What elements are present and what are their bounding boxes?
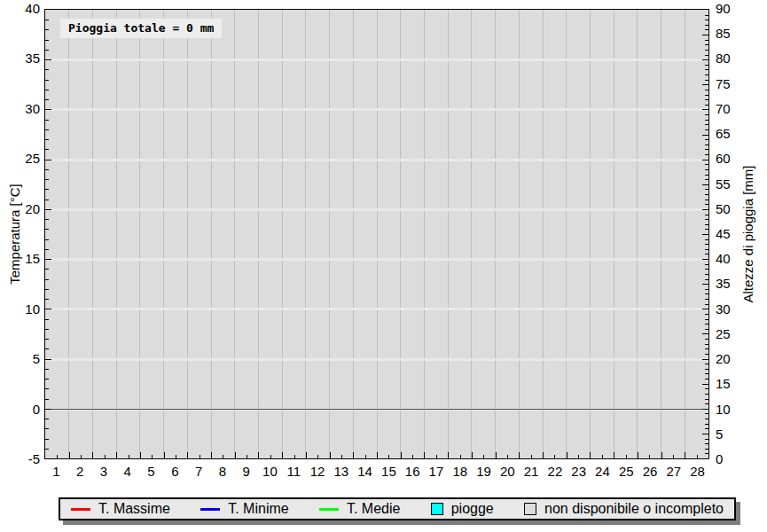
left-minor-tick: [45, 50, 49, 51]
x-day-label: 17: [425, 464, 449, 480]
right-minor-tick: [705, 443, 708, 444]
left-minor-tick: [45, 29, 49, 30]
x-center-tick: [200, 455, 200, 458]
x-day-label: 18: [448, 464, 472, 480]
x-center-tick: [129, 455, 129, 458]
vertical-gridline: [424, 10, 425, 458]
x-boundary-tick: [543, 452, 544, 458]
left-tick-label: 5: [0, 351, 40, 367]
legend-item-label: T. Medie: [347, 501, 400, 517]
right-tick-label: 55: [716, 176, 746, 192]
left-minor-tick: [45, 169, 49, 170]
right-minor-tick: [705, 439, 708, 440]
right-tick-label: 25: [716, 326, 746, 342]
legend-item-label: T. Minime: [228, 501, 288, 517]
right-tick-label: 60: [716, 151, 746, 167]
left-minor-tick: [45, 90, 49, 90]
x-day-label: 27: [661, 464, 685, 480]
x-day-label: 16: [401, 464, 425, 480]
x-boundary-tick: [496, 452, 497, 458]
right-tick-label: 90: [716, 1, 746, 17]
left-tick-label: 10: [0, 301, 40, 317]
right-major-tick: [702, 259, 708, 260]
right-minor-tick: [705, 388, 708, 389]
x-day-label: 4: [115, 464, 139, 480]
right-minor-tick: [705, 145, 708, 145]
right-minor-tick: [705, 15, 708, 16]
x-center-tick: [697, 455, 698, 458]
right-minor-tick: [705, 274, 708, 275]
x-boundary-tick: [116, 452, 117, 458]
x-center-tick: [152, 455, 153, 458]
left-minor-tick: [45, 120, 49, 121]
right-major-tick: [702, 135, 708, 136]
vertical-gridline: [139, 10, 140, 458]
left-minor-tick: [45, 80, 49, 81]
legend-item: T. Medie: [319, 501, 400, 517]
legend-line-swatch: [319, 508, 339, 511]
right-minor-tick: [705, 179, 708, 180]
vertical-gridline: [211, 10, 212, 458]
left-minor-tick: [45, 179, 49, 180]
x-day-label: 28: [685, 464, 709, 480]
right-minor-tick: [705, 120, 708, 121]
vertical-gridline: [590, 10, 591, 458]
x-center-tick: [554, 455, 555, 458]
right-minor-tick: [705, 279, 708, 280]
right-tick-label: 10: [716, 402, 746, 418]
horizontal-gridline: [45, 308, 708, 310]
right-minor-tick: [705, 215, 708, 215]
left-minor-tick: [45, 419, 49, 419]
right-minor-tick: [705, 314, 708, 315]
left-tick-label: 30: [0, 101, 40, 117]
left-minor-tick: [45, 219, 49, 220]
x-boundary-tick: [353, 452, 354, 458]
left-minor-tick: [45, 369, 49, 370]
x-boundary-tick: [614, 452, 614, 458]
x-center-tick: [365, 455, 366, 458]
x-center-tick: [507, 455, 508, 458]
x-day-label: 20: [496, 464, 520, 480]
vertical-gridline: [116, 10, 117, 458]
left-tick-label: 0: [0, 402, 40, 418]
x-boundary-tick: [140, 452, 141, 458]
right-minor-tick: [705, 154, 708, 155]
plot-area: [44, 9, 709, 459]
right-minor-tick: [705, 348, 708, 349]
right-minor-tick: [705, 369, 708, 370]
x-day-label: 3: [92, 464, 116, 480]
x-day-label: 23: [567, 464, 591, 480]
right-minor-tick: [705, 175, 708, 176]
vertical-gridline: [234, 10, 235, 458]
right-minor-tick: [705, 219, 708, 220]
right-tick-label: 65: [716, 126, 746, 142]
left-minor-tick: [45, 229, 49, 230]
right-minor-tick: [705, 224, 708, 225]
x-boundary-tick: [638, 452, 638, 458]
vertical-gridline: [305, 10, 306, 458]
right-minor-tick: [705, 169, 708, 170]
right-minor-tick: [705, 339, 708, 340]
right-tick-label: 5: [716, 426, 746, 442]
x-day-label: 9: [234, 464, 258, 480]
x-day-label: 6: [163, 464, 187, 480]
legend-box-swatch: [524, 503, 536, 515]
x-day-label: 12: [306, 464, 330, 480]
x-boundary-tick: [519, 452, 520, 458]
right-major-tick: [702, 359, 708, 360]
horizontal-gridline: [45, 159, 708, 161]
vertical-gridline: [68, 10, 69, 458]
right-tick-label: 20: [716, 351, 746, 367]
legend-item: T. Minime: [200, 501, 288, 517]
right-tick-label: 70: [716, 101, 746, 117]
x-center-tick: [317, 455, 318, 458]
right-major-tick: [702, 234, 708, 235]
vertical-gridline: [282, 10, 283, 458]
left-minor-tick: [45, 379, 49, 379]
left-tick-label: 15: [0, 251, 40, 267]
left-minor-tick: [45, 388, 49, 389]
right-minor-tick: [705, 40, 708, 41]
right-minor-tick: [705, 304, 708, 305]
right-minor-tick: [705, 124, 708, 125]
legend-line-swatch: [200, 508, 220, 511]
